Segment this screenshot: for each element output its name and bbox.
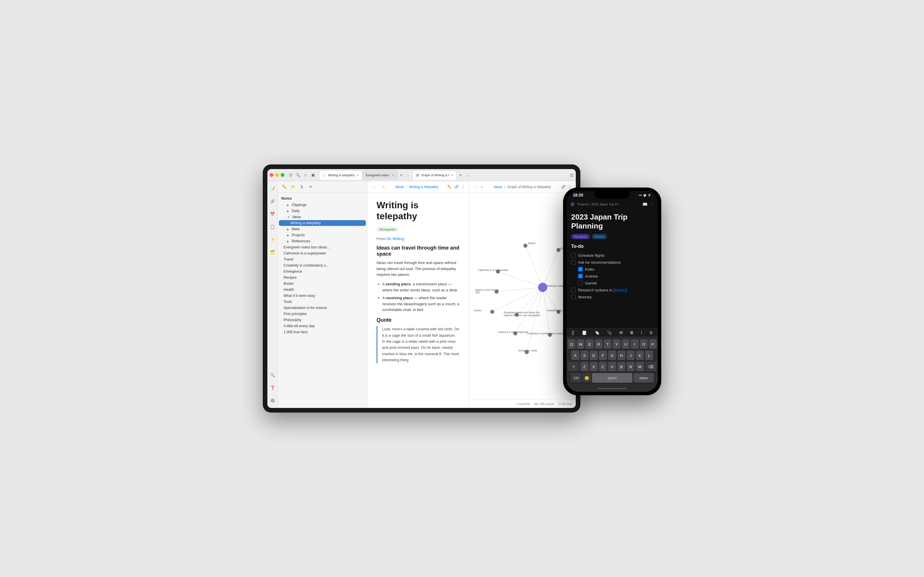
- sidebar-item-creativity[interactable]: Creativity is combinatory u...: [279, 263, 366, 268]
- note-from-link[interactable]: On Writing: [386, 237, 404, 241]
- sidebar-icon-pages[interactable]: 📋: [268, 223, 276, 231]
- format-bold-icon[interactable]: B: [630, 330, 633, 335]
- key-space[interactable]: space: [592, 373, 632, 383]
- sidebar-icon-help[interactable]: ❓: [268, 384, 276, 392]
- todo-item-garrett[interactable]: Garrett: [571, 280, 653, 287]
- format-header-icon[interactable]: H: [620, 330, 622, 335]
- graph-more-icon[interactable]: ⋮: [568, 185, 572, 189]
- sidebar-item-1000-fans[interactable]: 1,000 true fans: [279, 329, 366, 335]
- link-icon[interactable]: 🔗: [454, 185, 459, 189]
- todo-checkbox-ask[interactable]: [571, 260, 576, 264]
- tab-writing-close[interactable]: ✕: [357, 174, 359, 177]
- tag-projects[interactable]: #projects: [571, 234, 590, 239]
- graph-content[interactable]: Books On Writing Calmness is a superpowe…: [469, 193, 576, 399]
- sidebar-item-projects[interactable]: ▶ Projects: [279, 232, 366, 238]
- todo-checkbox-schedule[interactable]: [571, 253, 576, 258]
- new-folder-icon[interactable]: 📁: [290, 184, 296, 190]
- key-s[interactable]: S: [580, 351, 588, 360]
- format-italic-icon[interactable]: I: [641, 330, 642, 335]
- sidebar-item-ideas[interactable]: ▼ Ideas: [279, 214, 366, 220]
- key-r[interactable]: R: [595, 339, 603, 349]
- sidebar-item-what-if[interactable]: What if it were easy: [279, 293, 366, 298]
- sidebar-item-writing[interactable]: Writing is telepathy: [279, 220, 366, 226]
- phone-nav-grid-icon[interactable]: ⊞: [570, 201, 574, 207]
- sidebar-item-daily[interactable]: ▶ Daily: [279, 208, 366, 214]
- key-l[interactable]: L: [645, 351, 653, 360]
- add-tab-graph-button[interactable]: +: [457, 172, 464, 179]
- key-n[interactable]: N: [627, 362, 635, 372]
- search-icon[interactable]: 🔍: [296, 172, 300, 178]
- key-x[interactable]: X: [590, 362, 598, 372]
- close-button[interactable]: [270, 173, 273, 177]
- key-backspace[interactable]: ⌫: [645, 362, 657, 372]
- key-b[interactable]: B: [617, 362, 625, 372]
- graph-node-onwriting[interactable]: [556, 248, 561, 252]
- graph-node-chasm[interactable]: [490, 310, 494, 314]
- key-t[interactable]: T: [604, 339, 612, 349]
- key-z[interactable]: Z: [580, 362, 588, 372]
- todo-checkbox-keiko[interactable]: ✓: [578, 267, 583, 271]
- tab-graph-chevron[interactable]: ⌄: [466, 173, 468, 177]
- key-o[interactable]: O: [640, 339, 648, 349]
- phone-nav-more-icon[interactable]: ⋮: [650, 202, 654, 206]
- key-g[interactable]: G: [608, 351, 616, 360]
- format-attach-icon[interactable]: 📎: [607, 330, 612, 335]
- key-emoji[interactable]: 🙂: [583, 373, 591, 383]
- sidebar-item-emergence[interactable]: Emergence: [279, 269, 366, 274]
- sidebar-item-calmness[interactable]: Calmness is a superpower: [279, 250, 366, 256]
- todo-item-andrew[interactable]: ✓ Andrew: [571, 272, 653, 280]
- tab-evergreen-close[interactable]: ✕: [392, 174, 394, 177]
- sidebar-icon-calendar[interactable]: 📅: [268, 210, 276, 218]
- tab-graph[interactable]: 🕸️ Graph of Writing is t ✕: [412, 171, 457, 180]
- tab-evergreen[interactable]: Evergreen notes ✕: [363, 171, 397, 180]
- graph-link-icon[interactable]: 🔗: [561, 185, 565, 189]
- tag-travel[interactable]: #travel: [592, 234, 607, 239]
- key-k[interactable]: K: [636, 351, 644, 360]
- format-tag-icon[interactable]: 🏷️: [594, 330, 599, 335]
- add-tab-button[interactable]: +: [398, 172, 405, 179]
- key-f[interactable]: F: [599, 351, 607, 360]
- key-q[interactable]: Q: [568, 339, 575, 349]
- format-strikethrough-icon[interactable]: S: [650, 330, 652, 335]
- sort-icon[interactable]: ⇅: [299, 184, 305, 190]
- todo-item-keiko[interactable]: ✓ Keiko: [571, 266, 653, 272]
- graph-node-main[interactable]: [538, 283, 547, 292]
- sidebar-icon[interactable]: ▣: [310, 172, 316, 178]
- key-h[interactable]: H: [617, 351, 625, 360]
- format-bracket-icon[interactable]: []: [572, 330, 574, 335]
- todo-item-ryokans[interactable]: Research ryokans in [[Kyoto]]: [571, 287, 653, 293]
- sidebar-item-books[interactable]: Books: [279, 281, 366, 287]
- tab-writing[interactable]: 📄 Writing is telepathy ✕: [319, 171, 362, 180]
- sidebar-icon-settings[interactable]: ⚙️: [268, 396, 276, 405]
- maximize-button[interactable]: [281, 173, 284, 177]
- key-w[interactable]: W: [577, 339, 585, 349]
- close-sidebar-icon[interactable]: ✕: [307, 184, 313, 190]
- sidebar-item-recipes[interactable]: Recipes: [279, 275, 366, 280]
- todo-checkbox-itinerary[interactable]: [571, 295, 576, 299]
- sidebar-item-little-bit[interactable]: A little bit every day: [279, 323, 366, 329]
- todo-item-schedule[interactable]: Schedule flights: [571, 252, 653, 259]
- graph-forward-button[interactable]: →: [480, 185, 484, 189]
- sidebar-icon-notes[interactable]: 📝: [268, 185, 276, 193]
- kyoto-link[interactable]: [[Kyoto]]: [613, 288, 627, 292]
- more-icon[interactable]: ⋮: [461, 185, 465, 189]
- sidebar-icon-tags[interactable]: 🗂️: [268, 248, 276, 256]
- sidebar-item-meta[interactable]: ▶ Meta: [279, 226, 366, 232]
- note-tag[interactable]: #evergreen: [376, 227, 399, 232]
- sidebar-item-philosophy[interactable]: Philosophy: [279, 317, 366, 323]
- key-d[interactable]: D: [590, 351, 598, 360]
- sidebar-item-health[interactable]: Health: [279, 287, 366, 293]
- sidebar-icon-search-bottom[interactable]: 🔍: [268, 371, 276, 379]
- key-a[interactable]: A: [571, 351, 579, 360]
- todo-item-ask[interactable]: Ask for recommendations: [571, 259, 653, 266]
- key-y[interactable]: Y: [613, 339, 620, 349]
- sidebar-toggle-icon[interactable]: ⊡: [570, 173, 573, 177]
- breadcrumb-ideas[interactable]: Ideas: [395, 185, 404, 189]
- sidebar-item-specialization[interactable]: Specialization is for insects: [279, 305, 366, 311]
- tab-chevron[interactable]: ⌄: [407, 173, 409, 177]
- graph-back-button[interactable]: ←: [473, 185, 477, 189]
- folder-icon[interactable]: ⊡: [288, 172, 293, 178]
- key-j[interactable]: J: [627, 351, 635, 360]
- graph-node-books[interactable]: [523, 243, 527, 248]
- key-e[interactable]: E: [586, 339, 593, 349]
